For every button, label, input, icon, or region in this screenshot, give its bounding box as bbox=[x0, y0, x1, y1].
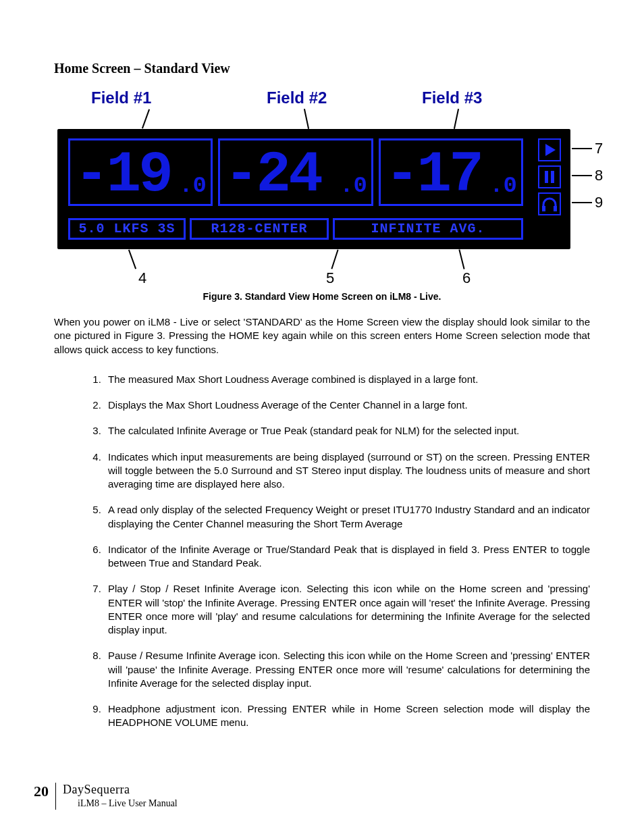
field-2-label: Field #2 bbox=[267, 88, 327, 107]
info-box-5: R128-CENTER bbox=[190, 218, 329, 240]
callout-6: 6 bbox=[462, 269, 471, 287]
page-number: 20 bbox=[34, 783, 55, 800]
list-item: Indicator of the Infinite Average or Tru… bbox=[104, 543, 590, 571]
field-2-value: -24 bbox=[224, 142, 321, 208]
field-1-value: -19 bbox=[74, 142, 171, 208]
field-1-label: Field #1 bbox=[91, 88, 151, 107]
field-3-label: Field #3 bbox=[422, 88, 482, 107]
field-3-decimal: .0 bbox=[489, 173, 517, 199]
list-item: The calculated Infinite Average or True … bbox=[104, 424, 590, 438]
field-2-box: -24 .0 bbox=[218, 138, 373, 206]
list-item: Pause / Resume Infinite Average icon. Se… bbox=[104, 649, 590, 690]
list-item: A read only display of the selected Freq… bbox=[104, 503, 590, 531]
page-footer: 20 DaySequerra iLM8 – Live User Manual bbox=[34, 783, 178, 810]
section-heading: Home Screen – Standard View bbox=[54, 61, 590, 76]
list-item: Play / Stop / Reset Infinite Average ico… bbox=[104, 582, 590, 637]
list-item: Headphone adjustment icon. Pressing ENTE… bbox=[104, 702, 590, 730]
list-item: Indicates which input measurements are b… bbox=[104, 450, 590, 492]
callout-8: 8 bbox=[595, 167, 603, 184]
numbered-list: The measured Max Short Loudness Average … bbox=[84, 373, 590, 730]
svg-rect-2 bbox=[551, 171, 554, 183]
pause-icon bbox=[538, 165, 561, 188]
callout-4: 4 bbox=[138, 269, 146, 287]
device-display: -19 .0 -24 .0 -17 .0 5.0 LKFS 3S R128-CE… bbox=[57, 129, 570, 249]
svg-rect-1 bbox=[545, 171, 548, 183]
field-1-decimal: .0 bbox=[179, 173, 207, 199]
field-3-box: -17 .0 bbox=[379, 138, 523, 206]
svg-rect-4 bbox=[554, 206, 557, 211]
play-icon bbox=[538, 138, 561, 161]
footer-divider bbox=[55, 783, 56, 810]
brand-name: DaySequerra bbox=[63, 783, 178, 797]
callout-9: 9 bbox=[595, 194, 603, 211]
headphone-icon bbox=[538, 192, 561, 215]
svg-rect-3 bbox=[542, 206, 545, 211]
svg-marker-0 bbox=[545, 144, 556, 156]
callout-7: 7 bbox=[595, 140, 603, 157]
info-box-6: INFINITE AVG. bbox=[333, 218, 523, 240]
field-1-box: -19 .0 bbox=[68, 138, 213, 206]
field-3-value: -17 bbox=[385, 142, 481, 208]
list-item: Displays the Max Short Loudness Average … bbox=[104, 398, 590, 412]
list-item: The measured Max Short Loudness Average … bbox=[104, 373, 590, 386]
callout-5: 5 bbox=[326, 269, 334, 287]
field-2-decimal: .0 bbox=[340, 173, 367, 199]
figure-caption: Figure 3. Standard View Home Screen on i… bbox=[54, 291, 590, 302]
info-box-4: 5.0 LKFS 3S bbox=[68, 218, 186, 240]
manual-name: iLM8 – Live User Manual bbox=[78, 798, 178, 809]
intro-paragraph: When you power on iLM8 - Live or select … bbox=[54, 315, 590, 357]
figure: Field #1 Field #2 Field #3 -19 .0 -24 .0… bbox=[57, 88, 591, 287]
